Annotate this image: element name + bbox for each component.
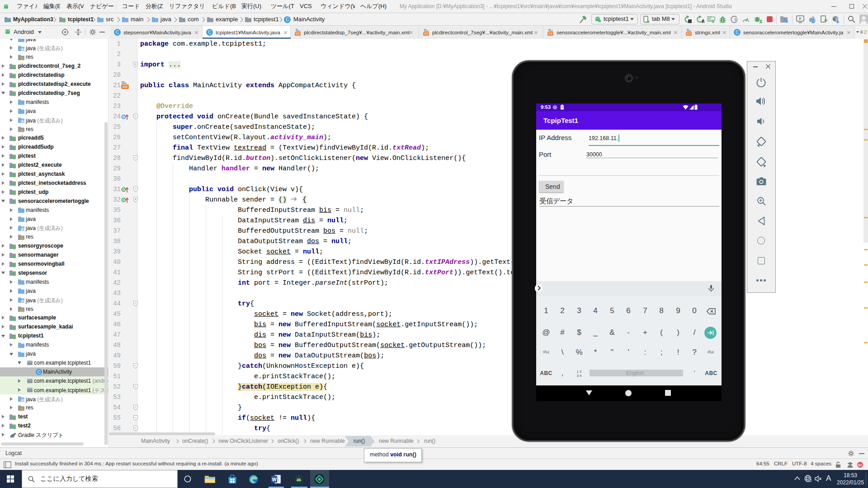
svg-text:C: C [37, 370, 40, 375]
svg-text:C: C [286, 17, 289, 22]
svg-text:<>: <> [424, 32, 429, 36]
svg-text:<>: <> [296, 32, 300, 36]
svg-text:C: C [736, 30, 739, 35]
svg-text:C: C [208, 30, 211, 35]
svg-text:A: A [702, 19, 704, 23]
svg-text:<>: <> [548, 32, 553, 36]
svg-text:9+: 9+ [858, 463, 862, 467]
svg-text:<>: <> [123, 85, 127, 89]
svg-text:C: C [116, 30, 119, 35]
svg-text:<>: <> [687, 32, 691, 36]
svg-text:W: W [272, 477, 277, 482]
